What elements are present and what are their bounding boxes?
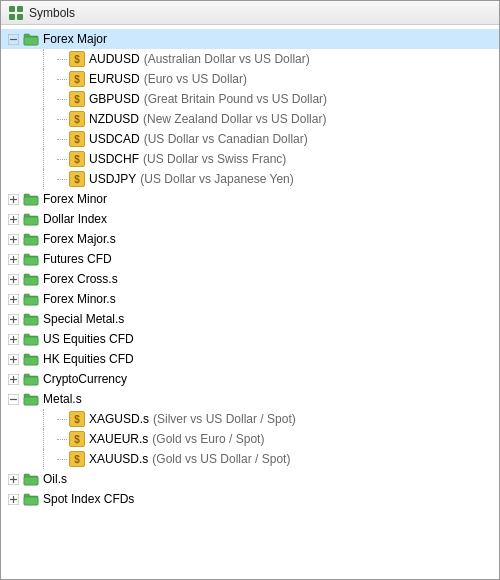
nzdusd-desc: (New Zealand Dollar vs US Dollar) xyxy=(143,112,326,126)
usdjpy-label: USDJPY xyxy=(89,172,136,186)
eurusd-desc: (Euro vs US Dollar) xyxy=(144,72,247,86)
expand-futures-cfd[interactable] xyxy=(5,251,21,267)
dollar-icon-xaueur-s: $ xyxy=(69,431,85,447)
xaueur-s-desc: (Gold vs Euro / Spot) xyxy=(152,432,264,446)
dollar-icon-xagusd-s: $ xyxy=(69,411,85,427)
folder-icon-forex-minor xyxy=(23,191,39,207)
svg-rect-18 xyxy=(24,237,38,245)
folder-icon-forex-major xyxy=(23,31,39,47)
expand-forex-minor[interactable] xyxy=(5,191,21,207)
tree-item-hk-equities-cfd[interactable]: HK Equities CFD xyxy=(1,349,499,369)
forex-cross-s-label: Forex Cross.s xyxy=(43,272,118,286)
tree-item-forex-major-s[interactable]: Forex Major.s xyxy=(1,229,499,249)
tree-item-forex-minor[interactable]: Forex Minor xyxy=(1,189,499,209)
tree-item-usdchf[interactable]: $ USDCHF (US Dollar vs Swiss Franc) xyxy=(1,149,499,169)
svg-rect-1 xyxy=(17,6,23,12)
tree-item-usdjpy[interactable]: $ USDJPY (US Dollar vs Japanese Yen) xyxy=(1,169,499,189)
svg-rect-49 xyxy=(24,397,38,405)
tree-item-gbpusd[interactable]: $ GBPUSD (Great Britain Pound vs US Doll… xyxy=(1,89,499,109)
symbols-window: Symbols Forex Major $ AUDUSD (Australian… xyxy=(0,0,500,580)
expand-cryptocurrency[interactable] xyxy=(5,371,21,387)
svg-rect-57 xyxy=(24,497,38,505)
svg-rect-14 xyxy=(24,217,38,225)
oil-s-label: Oil.s xyxy=(43,472,67,486)
metal-s-label: Metal.s xyxy=(43,392,82,406)
tree-item-special-metal-s[interactable]: Special Metal.s xyxy=(1,309,499,329)
folder-icon-dollar-index xyxy=(23,211,39,227)
forex-minor-s-label: Forex Minor.s xyxy=(43,292,116,306)
tree-item-cryptocurrency[interactable]: CryptoCurrency xyxy=(1,369,499,389)
expand-dollar-index[interactable] xyxy=(5,211,21,227)
us-equities-cfd-label: US Equities CFD xyxy=(43,332,134,346)
audusd-label: AUDUSD xyxy=(89,52,140,66)
special-metal-s-label: Special Metal.s xyxy=(43,312,124,326)
usdcad-desc: (US Dollar vs Canadian Dollar) xyxy=(144,132,308,146)
tree-item-audusd[interactable]: $ AUDUSD (Australian Dollar vs US Dollar… xyxy=(1,49,499,69)
forex-major-s-label: Forex Major.s xyxy=(43,232,116,246)
expand-metal-s[interactable] xyxy=(5,391,21,407)
cryptocurrency-label: CryptoCurrency xyxy=(43,372,127,386)
expand-spot-index-cfds[interactable] xyxy=(5,491,21,507)
tree-item-forex-minor-s[interactable]: Forex Minor.s xyxy=(1,289,499,309)
tree-item-spot-index-cfds[interactable]: Spot Index CFDs xyxy=(1,489,499,509)
svg-rect-30 xyxy=(24,297,38,305)
tree-item-us-equities-cfd[interactable]: US Equities CFD xyxy=(1,329,499,349)
dollar-icon-gbpusd: $ xyxy=(69,91,85,107)
title-bar: Symbols xyxy=(1,1,499,25)
spot-index-cfds-label: Spot Index CFDs xyxy=(43,492,134,506)
svg-rect-53 xyxy=(24,477,38,485)
xauusd-s-desc: (Gold vs US Dollar / Spot) xyxy=(152,452,290,466)
tree-item-dollar-index[interactable]: Dollar Index xyxy=(1,209,499,229)
tree-item-oil-s[interactable]: Oil.s xyxy=(1,469,499,489)
expand-hk-equities-cfd[interactable] xyxy=(5,351,21,367)
gbpusd-label: GBPUSD xyxy=(89,92,140,106)
tree-item-xaueur-s[interactable]: $ XAUEUR.s (Gold vs Euro / Spot) xyxy=(1,429,499,449)
tree-item-forex-cross-s[interactable]: Forex Cross.s xyxy=(1,269,499,289)
dollar-icon-xauusd-s: $ xyxy=(69,451,85,467)
dollar-icon-audusd: $ xyxy=(69,51,85,67)
tree-item-futures-cfd[interactable]: Futures CFD xyxy=(1,249,499,269)
expand-us-equities-cfd[interactable] xyxy=(5,331,21,347)
xagusd-s-label: XAGUSD.s xyxy=(89,412,149,426)
xagusd-s-desc: (Silver vs US Dollar / Spot) xyxy=(153,412,296,426)
usdchf-desc: (US Dollar vs Swiss Franc) xyxy=(143,152,286,166)
folder-icon-forex-major-s xyxy=(23,231,39,247)
folder-icon-futures-cfd xyxy=(23,251,39,267)
folder-icon-cryptocurrency xyxy=(23,371,39,387)
forex-minor-label: Forex Minor xyxy=(43,192,107,206)
tree-item-metal-s[interactable]: Metal.s xyxy=(1,389,499,409)
svg-rect-0 xyxy=(9,6,15,12)
tree-item-xauusd-s[interactable]: $ XAUUSD.s (Gold vs US Dollar / Spot) xyxy=(1,449,499,469)
eurusd-label: EURUSD xyxy=(89,72,140,86)
tree-item-usdcad[interactable]: $ USDCAD (US Dollar vs Canadian Dollar) xyxy=(1,129,499,149)
expand-oil-s[interactable] xyxy=(5,471,21,487)
expand-forex-cross-s[interactable] xyxy=(5,271,21,287)
folder-icon-hk-equities-cfd xyxy=(23,351,39,367)
xaueur-s-label: XAUEUR.s xyxy=(89,432,148,446)
window-icon xyxy=(9,6,23,20)
tree-container[interactable]: Forex Major $ AUDUSD (Australian Dollar … xyxy=(1,25,499,579)
folder-icon-spot-index-cfds xyxy=(23,491,39,507)
usdjpy-desc: (US Dollar vs Japanese Yen) xyxy=(140,172,293,186)
svg-rect-34 xyxy=(24,317,38,325)
expand-forex-major-s[interactable] xyxy=(5,231,21,247)
forex-major-label: Forex Major xyxy=(43,32,107,46)
expand-forex-major[interactable] xyxy=(5,31,21,47)
gbpusd-desc: (Great Britain Pound vs US Dollar) xyxy=(144,92,327,106)
expand-special-metal-s[interactable] xyxy=(5,311,21,327)
tree-item-nzdusd[interactable]: $ NZDUSD (New Zealand Dollar vs US Dolla… xyxy=(1,109,499,129)
expand-forex-minor-s[interactable] xyxy=(5,291,21,307)
dollar-icon-nzdusd: $ xyxy=(69,111,85,127)
svg-rect-38 xyxy=(24,337,38,345)
svg-rect-22 xyxy=(24,257,38,265)
folder-icon-special-metal-s xyxy=(23,311,39,327)
folder-icon-metal-s xyxy=(23,391,39,407)
futures-cfd-label: Futures CFD xyxy=(43,252,112,266)
svg-rect-46 xyxy=(24,377,38,385)
tree-item-eurusd[interactable]: $ EURUSD (Euro vs US Dollar) xyxy=(1,69,499,89)
tree-item-xagusd-s[interactable]: $ XAGUSD.s (Silver vs US Dollar / Spot) xyxy=(1,409,499,429)
tree-item-forex-major[interactable]: Forex Major xyxy=(1,29,499,49)
svg-rect-3 xyxy=(17,14,23,20)
svg-rect-10 xyxy=(24,197,38,205)
audusd-desc: (Australian Dollar vs US Dollar) xyxy=(144,52,310,66)
